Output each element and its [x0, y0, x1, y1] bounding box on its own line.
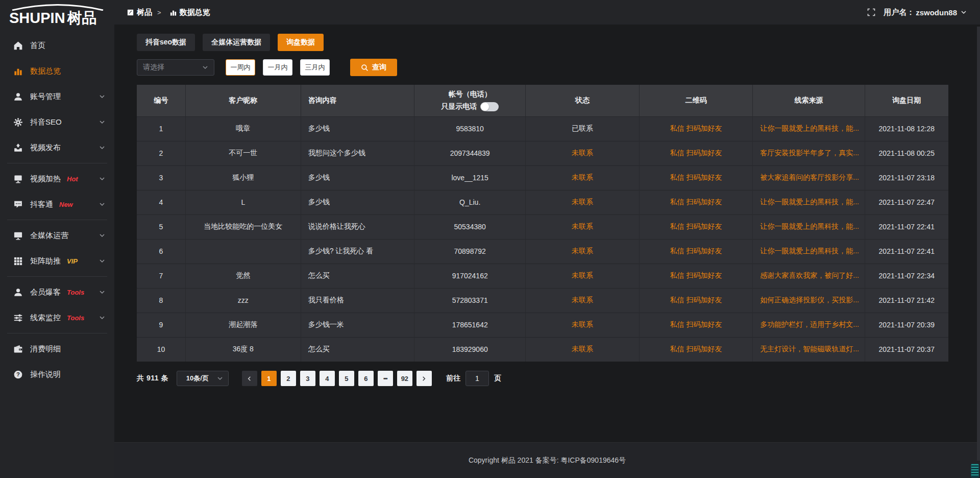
cell-account: love__1215: [414, 165, 526, 190]
cell-date: 2021-11-07 21:42: [865, 288, 948, 313]
cell-status: 未联系: [526, 141, 640, 165]
app-logo[interactable]: SHUPIN树品: [0, 0, 114, 28]
app-square-icon: [127, 9, 134, 16]
pager: 1 2 3 4 5 6 ••• 92: [242, 371, 432, 386]
cell-content: 我只看价格: [301, 288, 414, 313]
home-icon: [13, 41, 23, 51]
cell-account: Q_Liu.: [414, 190, 526, 214]
tools-badge: Tools: [67, 289, 84, 296]
cell-date: 2021-11-07 20:37: [865, 337, 948, 362]
page-button-5[interactable]: 5: [339, 371, 354, 386]
cell-qrcode-link[interactable]: 私信 扫码加好友: [639, 214, 753, 239]
tab-omnimedia-data[interactable]: 全媒体运营数据: [203, 34, 270, 51]
cell-qrcode-link[interactable]: 私信 扫码加好友: [639, 141, 753, 165]
goto-page: 前往 页: [446, 371, 501, 386]
prev-page-button[interactable]: [242, 371, 257, 386]
range-month-button[interactable]: 一月内: [263, 59, 292, 76]
cell-source-link[interactable]: 客厅安装投影半年多了，真实...: [753, 141, 865, 165]
phone-only-toggle[interactable]: [480, 102, 499, 111]
cell-source-link[interactable]: 让你一眼就爱上的黑科技，能...: [753, 116, 865, 141]
cell-qrcode-link[interactable]: 私信 扫码加好友: [639, 288, 753, 313]
cell-qrcode-link[interactable]: 私信 扫码加好友: [639, 239, 753, 264]
next-page-button[interactable]: [416, 371, 432, 386]
sidebar-item-label: 视频发布: [30, 143, 61, 153]
sidebar-item-account-mgmt[interactable]: 账号管理: [0, 84, 114, 109]
fullscreen-icon[interactable]: [867, 8, 875, 16]
corner-widget[interactable]: [971, 464, 979, 477]
range-quarter-button[interactable]: 三月内: [300, 59, 330, 76]
breadcrumb-current[interactable]: 数据总览: [180, 8, 210, 17]
sidebar-item-member-burst[interactable]: 会员爆客 Tools: [0, 279, 114, 305]
sidebar-item-video-publish[interactable]: 视频发布: [0, 135, 114, 160]
table-row: 5 当地比较能吃的一位美女 说说价格让我死心 50534380 未联系 私信 扫…: [137, 214, 948, 239]
user-menu[interactable]: 用户名：zswodun88: [884, 8, 967, 17]
cell-status: 未联系: [526, 313, 640, 337]
cell-qrcode-link[interactable]: 私信 扫码加好友: [639, 190, 753, 214]
page-size-select[interactable]: 10条/页: [177, 371, 229, 386]
sidebar-divider: [7, 220, 107, 220]
goto-page-input[interactable]: [465, 371, 489, 386]
goto-unit: 页: [494, 374, 501, 383]
page-button-92[interactable]: 92: [397, 371, 412, 386]
col-header-qrcode: 二维码: [639, 85, 753, 116]
range-week-button[interactable]: 一周内: [226, 59, 255, 76]
sidebar-divider: [7, 163, 107, 163]
page-button-1[interactable]: 1: [261, 371, 277, 386]
sidebar-item-omnimedia[interactable]: 全媒体运营: [0, 223, 114, 248]
chevron-down-icon: [99, 315, 105, 321]
cell-qrcode-link[interactable]: 私信 扫码加好友: [639, 313, 753, 337]
cell-num: 2: [137, 141, 185, 165]
cell-content: 多少钱: [301, 165, 414, 190]
account-select[interactable]: 请选择: [137, 59, 214, 76]
cell-qrcode-link[interactable]: 私信 扫码加好友: [639, 264, 753, 288]
chevron-down-icon: [99, 119, 105, 125]
cell-source-link[interactable]: 无主灯设计，智能磁吸轨道灯...: [753, 337, 865, 362]
chevron-down-icon: [99, 289, 105, 295]
col-header-source: 线索来源: [753, 85, 865, 116]
username: zswodun88: [916, 8, 957, 17]
cell-source-link[interactable]: 让你一眼就爱上的黑科技，能...: [753, 190, 865, 214]
sidebar-item-douyin-seo[interactable]: 抖音SEO: [0, 109, 114, 135]
sidebar-item-help[interactable]: ? 操作说明: [0, 362, 114, 387]
sidebar-item-label: 全媒体运营: [30, 231, 68, 241]
tab-douyin-seo-data[interactable]: 抖音seo数据: [137, 34, 195, 51]
cell-source-link[interactable]: 让你一眼就爱上的黑科技，能...: [753, 214, 865, 239]
sidebar-item-label: 抖客通: [30, 200, 53, 209]
page-scrollbar[interactable]: [977, 27, 980, 461]
sidebar-item-douketong[interactable]: 抖客通 New: [0, 192, 114, 217]
sidebar-item-label: 首页: [30, 41, 45, 51]
cell-nickname: 36度 8: [185, 337, 301, 362]
cell-source-link[interactable]: 被大家追着问的客厅投影分享...: [753, 165, 865, 190]
cell-nickname: 潮起潮落: [185, 313, 301, 337]
sidebar-item-lead-monitor[interactable]: 线索监控 Tools: [0, 305, 114, 330]
inquiry-table-wrap: 编号 客户昵称 咨询内容 帐号（电话） 只显示电话 状态 二维码 线索来源: [137, 85, 948, 362]
sidebar-item-spending-detail[interactable]: 消费明细: [0, 336, 114, 362]
cell-source-link[interactable]: 如何正确选择投影仪，买投影...: [753, 288, 865, 313]
goto-label: 前往: [446, 374, 460, 383]
breadcrumb: 树品 > 数据总览: [127, 8, 210, 17]
cell-qrcode-link[interactable]: 私信 扫码加好友: [639, 165, 753, 190]
query-button[interactable]: 查询: [350, 59, 397, 76]
sidebar-item-matrix-boost[interactable]: 矩阵助推 VIP: [0, 248, 114, 274]
sidebar-item-video-heat[interactable]: 视频加热 Hot: [0, 166, 114, 192]
page-button-4[interactable]: 4: [320, 371, 335, 386]
cell-source-link[interactable]: 感谢大家喜欢我家，被问了好...: [753, 264, 865, 288]
sidebar-nav: 首页 数据总览 账号管理 抖音SEO 视频发布 视频加热 Hot: [0, 28, 114, 387]
page-button-3[interactable]: 3: [300, 371, 315, 386]
pagination: 共 911 条 10条/页 1 2 3 4 5 6 ••• 92 前往 页: [137, 371, 948, 386]
breadcrumb-root[interactable]: 树品: [137, 8, 152, 17]
sidebar-item-home[interactable]: 首页: [0, 33, 114, 58]
bar-chart-icon: [13, 66, 23, 76]
cell-source-link[interactable]: 让你一眼就爱上的黑科技，能...: [753, 239, 865, 264]
cell-source-link[interactable]: 多功能护栏灯，适用于乡村文...: [753, 313, 865, 337]
sidebar-item-label: 数据总览: [30, 66, 61, 76]
bar-chart-icon: [169, 9, 177, 16]
sidebar-item-data-overview[interactable]: 数据总览: [0, 58, 114, 84]
cell-qrcode-link[interactable]: 私信 扫码加好友: [639, 116, 753, 141]
tab-inquiry-data[interactable]: 询盘数据: [278, 34, 324, 51]
page-button-6[interactable]: 6: [358, 371, 374, 386]
cell-account: 572803371: [414, 288, 526, 313]
cell-qrcode-link[interactable]: 私信 扫码加好友: [639, 337, 753, 362]
page-ellipsis-button[interactable]: •••: [378, 371, 393, 386]
page-button-2[interactable]: 2: [281, 371, 296, 386]
